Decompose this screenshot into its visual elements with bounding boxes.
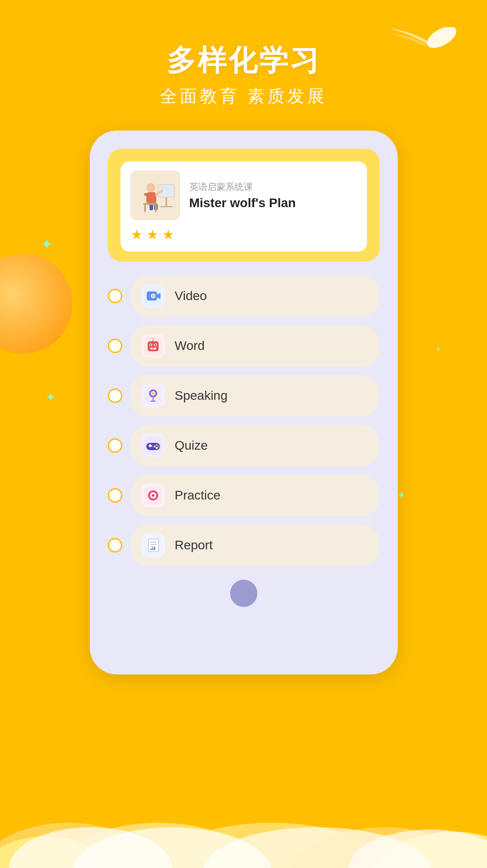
menu-dot-quize bbox=[108, 438, 122, 453]
quize-icon bbox=[141, 434, 165, 457]
header-subtitle: 全面教育 素质发展 bbox=[0, 85, 487, 108]
svg-point-6 bbox=[146, 183, 155, 192]
menu-list: Video bbox=[108, 275, 380, 566]
sparkle-1: ✦ bbox=[41, 236, 53, 253]
svg-rect-20 bbox=[148, 341, 159, 351]
menu-item-report: Report bbox=[108, 524, 380, 566]
header: 多样化学习 全面教育 素质发展 bbox=[0, 0, 487, 108]
menu-btn-word[interactable]: Word bbox=[130, 325, 380, 367]
svg-rect-56 bbox=[152, 548, 154, 550]
menu-dot-speaking bbox=[108, 388, 122, 403]
svg-point-41 bbox=[153, 446, 155, 448]
menu-btn-report[interactable]: Report bbox=[130, 524, 380, 566]
svg-point-29 bbox=[152, 338, 154, 340]
svg-point-24 bbox=[154, 344, 156, 346]
menu-item-quize: Quize bbox=[108, 425, 380, 466]
menu-dot-practice bbox=[108, 488, 122, 503]
svg-rect-39 bbox=[149, 444, 151, 447]
menu-item-practice: ♪ ♫ Practice bbox=[108, 475, 380, 516]
svg-rect-14 bbox=[155, 205, 157, 212]
menu-label-report: Report bbox=[175, 538, 213, 553]
bg-planet bbox=[0, 254, 72, 354]
svg-point-18 bbox=[152, 295, 154, 297]
svg-rect-35 bbox=[150, 401, 156, 402]
svg-rect-12 bbox=[143, 203, 158, 205]
course-card[interactable]: 英语启蒙系统课 Mister wolf's Plan ★ ★ ★ bbox=[108, 149, 380, 262]
menu-dot-word bbox=[108, 339, 122, 353]
svg-rect-55 bbox=[150, 548, 152, 550]
menu-label-practice: Practice bbox=[175, 488, 221, 503]
star-1: ★ bbox=[130, 227, 143, 242]
svg-rect-8 bbox=[144, 193, 149, 196]
sparkle-3: ✦ bbox=[435, 344, 442, 354]
menu-item-word: Word bbox=[108, 325, 380, 367]
svg-rect-53 bbox=[150, 544, 157, 545]
menu-label-speaking: Speaking bbox=[175, 388, 228, 403]
svg-rect-57 bbox=[154, 547, 155, 550]
phone-mockup: 英语启蒙系统课 Mister wolf's Plan ★ ★ ★ bbox=[90, 131, 398, 674]
course-name: Mister wolf's Plan bbox=[189, 196, 357, 210]
menu-label-video: Video bbox=[175, 289, 207, 303]
course-label: 英语启蒙系统课 bbox=[189, 181, 357, 193]
svg-point-23 bbox=[150, 344, 151, 346]
star-2: ★ bbox=[146, 227, 159, 242]
menu-item-video: Video bbox=[108, 275, 380, 317]
sparkle-2: ✦ bbox=[45, 390, 56, 405]
menu-btn-quize[interactable]: Quize bbox=[130, 425, 380, 466]
svg-rect-13 bbox=[144, 205, 146, 212]
course-illustration bbox=[130, 170, 180, 220]
menu-label-word: Word bbox=[175, 339, 205, 353]
report-icon bbox=[141, 533, 165, 557]
svg-rect-54 bbox=[150, 546, 154, 547]
sparkle-4: ✦ bbox=[397, 490, 405, 501]
video-icon bbox=[141, 284, 165, 308]
svg-rect-52 bbox=[150, 542, 157, 543]
course-info: 英语启蒙系统课 Mister wolf's Plan bbox=[189, 181, 357, 210]
svg-text:♫: ♫ bbox=[154, 495, 156, 499]
svg-rect-26 bbox=[150, 348, 151, 349]
svg-point-42 bbox=[158, 446, 160, 448]
header-title: 多样化学习 bbox=[0, 41, 487, 80]
course-stars: ★ ★ ★ bbox=[130, 227, 357, 242]
svg-rect-34 bbox=[153, 398, 154, 401]
menu-btn-practice[interactable]: ♪ ♫ Practice bbox=[130, 475, 380, 516]
phone-home-button[interactable] bbox=[230, 580, 257, 607]
svg-text:♪: ♪ bbox=[150, 491, 152, 495]
menu-item-speaking: Speaking bbox=[108, 375, 380, 417]
menu-dot-report bbox=[108, 538, 122, 553]
star-3: ★ bbox=[162, 227, 174, 242]
svg-rect-27 bbox=[152, 348, 154, 349]
word-icon bbox=[141, 334, 165, 358]
menu-label-quize: Quize bbox=[175, 438, 208, 453]
svg-point-40 bbox=[155, 444, 158, 446]
practice-icon: ♪ ♫ bbox=[141, 484, 165, 507]
clouds-decoration bbox=[0, 777, 487, 868]
speaking-icon bbox=[141, 384, 165, 407]
svg-point-33 bbox=[152, 392, 154, 395]
svg-point-43 bbox=[155, 447, 158, 449]
menu-btn-speaking[interactable]: Speaking bbox=[130, 375, 380, 417]
menu-btn-video[interactable]: Video bbox=[130, 275, 380, 317]
menu-dot-video bbox=[108, 289, 122, 303]
